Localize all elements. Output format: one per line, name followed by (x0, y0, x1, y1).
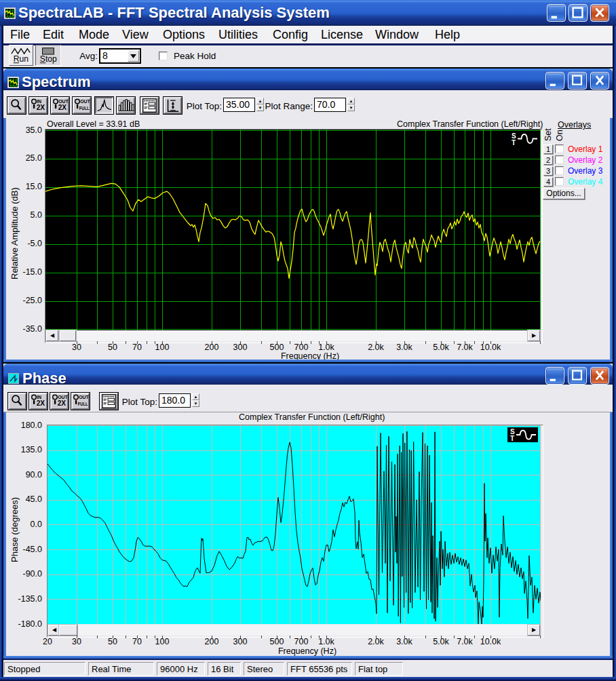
svg-text:FULL: FULL (78, 402, 88, 406)
svg-text:OUT: OUT (80, 99, 90, 104)
svg-text:OUT: OUT (58, 99, 69, 104)
svg-text:FULL: FULL (79, 106, 90, 111)
svg-text:T: T (510, 435, 514, 442)
svg-text:2X: 2X (58, 400, 66, 407)
svg-text:OUT: OUT (58, 395, 68, 400)
svg-text:T: T (512, 139, 516, 147)
svg-text:Stop: Stop (40, 54, 57, 64)
svg-text:Run: Run (14, 54, 28, 64)
svg-text:2X: 2X (58, 104, 67, 111)
svg-text:OUT: OUT (79, 395, 89, 400)
svg-text:IN: IN (37, 99, 41, 104)
svg-text:2X: 2X (37, 400, 45, 407)
svg-text:2X: 2X (37, 104, 45, 111)
svg-text:IN: IN (37, 395, 41, 400)
